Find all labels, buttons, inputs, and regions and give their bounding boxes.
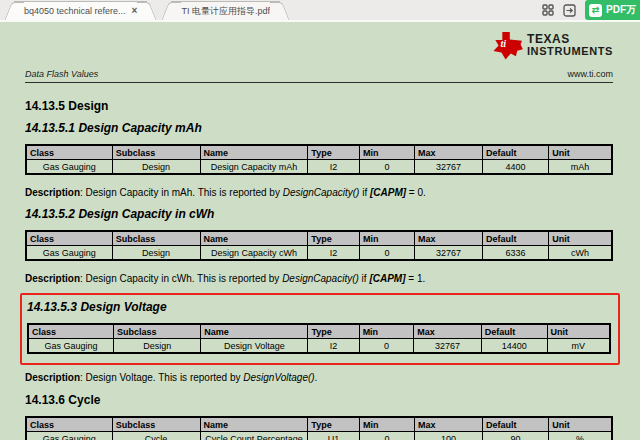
function-name: DesignCapacity() [283, 187, 360, 198]
column-header: Name [200, 145, 308, 160]
column-header: Type [308, 324, 359, 339]
column-header: Max [414, 417, 482, 432]
table-cell: Design Voltage [201, 339, 308, 354]
column-header: Max [414, 324, 482, 339]
column-header: Class [26, 231, 112, 246]
red-annotation-box: 14.13.5.3 Design Voltage Class Subclass … [20, 293, 620, 365]
table-cell: Gas Gauging [26, 246, 112, 261]
tab-title: bq4050 technical refere... [24, 1, 126, 21]
column-header: Class [26, 145, 112, 160]
tab-title: TI 电量计应用指导.pdf [181, 1, 270, 21]
table-cell: Gas Gauging [26, 432, 112, 440]
tab-ti-pdf[interactable]: TI 电量计应用指导.pdf [171, 1, 280, 20]
table-header-row: Class Subclass Name Type Min Max Default… [26, 231, 612, 246]
page-switch-icon[interactable] [563, 4, 576, 17]
table-cell: Design [114, 339, 201, 354]
ti-wordmark-line2: INSTRUMENTS [527, 45, 613, 57]
table-cell: mAh [549, 160, 612, 175]
table-header-row: Class Subclass Name Type Min Max Default… [28, 324, 610, 339]
column-header: Min [359, 324, 414, 339]
ti-logo: ti TEXAS INSTRUMENTS [491, 31, 613, 63]
table-cell: Design Capacity cWh [200, 246, 308, 261]
data-flash-table-cycle: Class Subclass Name Type Min Max Default… [25, 416, 613, 440]
table-cell: cWh [549, 246, 612, 261]
column-header: Min [359, 145, 414, 160]
section-heading-design: 14.13.5 Design [25, 99, 613, 113]
pdf-extension-badge[interactable]: ⇄ PDF万 [585, 0, 640, 20]
description-design-voltage: Description: Design Voltage. This is rep… [25, 372, 613, 384]
tab-bq4050[interactable]: bq4050 technical refere... × [14, 1, 147, 20]
description-capacity-cwh: Description: Design Capacity in cWh. Thi… [25, 273, 613, 285]
table-cell: Design [112, 246, 200, 261]
column-header: Type [308, 231, 360, 246]
tab-close-icon[interactable]: × [132, 6, 138, 16]
table-cell: 32767 [414, 160, 482, 175]
data-flash-table-design-voltage: Class Subclass Name Type Min Max Default… [27, 323, 611, 354]
function-name: DesignCapacity() [282, 273, 359, 284]
column-header: Unit [549, 417, 612, 432]
subsection-heading-capacity-cwh: 14.13.5.2 Design Capacity in cWh [25, 207, 613, 221]
table-cell: 0 [359, 160, 414, 175]
browser-tab-bar: bq4050 technical refere... × TI 电量计应用指导.… [0, 0, 640, 20]
column-header: Subclass [114, 324, 201, 339]
table-cell: 0 [359, 246, 414, 261]
column-header: Name [200, 417, 308, 432]
column-header: Name [200, 231, 308, 246]
subsection-heading-design-voltage: 14.13.5.3 Design Voltage [27, 300, 613, 314]
description-text: : Design Capacity in mAh. This is report… [80, 187, 283, 198]
flag-name: [CAPM] [369, 273, 405, 284]
ti-texas-map-icon: ti [491, 31, 523, 60]
column-header: Class [28, 324, 114, 339]
table-cell: 14400 [481, 339, 547, 354]
column-header: Default [482, 417, 548, 432]
website-link[interactable]: www.ti.com [567, 69, 613, 79]
description-text: . [315, 372, 318, 383]
table-row: Gas Gauging Cycle Cycle Count Percentage… [26, 432, 612, 440]
function-name: DesignVoltage() [243, 372, 314, 383]
description-text: if [359, 187, 370, 198]
data-flash-table-capacity-cwh: Class Subclass Name Type Min Max Default… [25, 230, 613, 261]
running-header-title: Data Flash Values [25, 69, 98, 79]
section-heading-cycle: 14.13.6 Cycle [25, 393, 613, 407]
table-header-row: Class Subclass Name Type Min Max Default… [26, 417, 612, 432]
table-cell: 0 [359, 339, 414, 354]
table-row: Gas Gauging Design Design Voltage I2 0 3… [28, 339, 610, 354]
column-header: Name [201, 324, 308, 339]
column-header: Subclass [112, 231, 200, 246]
column-header: Max [414, 145, 482, 160]
running-header: Data Flash Values www.ti.com [25, 69, 613, 79]
description-text: = 0. [406, 187, 426, 198]
svg-text:ti: ti [500, 38, 506, 49]
data-flash-table-capacity-mah: Class Subclass Name Type Min Max Default… [25, 144, 613, 175]
column-header: Min [359, 231, 414, 246]
table-cell: 0 [359, 432, 414, 440]
column-header: Type [308, 145, 360, 160]
column-header: Subclass [112, 417, 200, 432]
tabbar-actions: ⇄ PDF万 [542, 0, 640, 20]
table-cell: U1 [308, 432, 360, 440]
extension-label: PDF万 [606, 3, 636, 17]
column-header: Default [481, 324, 547, 339]
table-row: Gas Gauging Design Design Capacity cWh I… [26, 246, 612, 261]
table-cell: Design Capacity mAh [200, 160, 308, 175]
column-header: Unit [547, 324, 610, 339]
column-header: Default [482, 231, 548, 246]
column-header: Type [308, 417, 360, 432]
table-cell: Gas Gauging [26, 160, 112, 175]
pdf-page: ti TEXAS INSTRUMENTS Data Flash Values w… [0, 22, 640, 440]
subsection-heading-capacity-mah: 14.13.5.1 Design Capacity mAh [25, 121, 613, 135]
header-rule [25, 82, 613, 83]
table-cell: Cycle [112, 432, 200, 440]
table-cell: 6336 [482, 246, 548, 261]
apps-grid-icon[interactable] [542, 4, 554, 16]
table-cell: mV [547, 339, 610, 354]
column-header: Unit [549, 231, 612, 246]
table-cell: Cycle Count Percentage [200, 432, 308, 440]
description-capacity-mah: Description: Design Capacity in mAh. Thi… [25, 187, 613, 199]
table-cell: I2 [308, 160, 360, 175]
table-cell: % [549, 432, 612, 440]
description-text: : Design Capacity in cWh. This is report… [80, 273, 282, 284]
description-text: : Design Voltage. This is reported by [80, 372, 243, 383]
ti-wordmark: TEXAS INSTRUMENTS [527, 33, 613, 57]
table-cell: 32767 [414, 246, 482, 261]
